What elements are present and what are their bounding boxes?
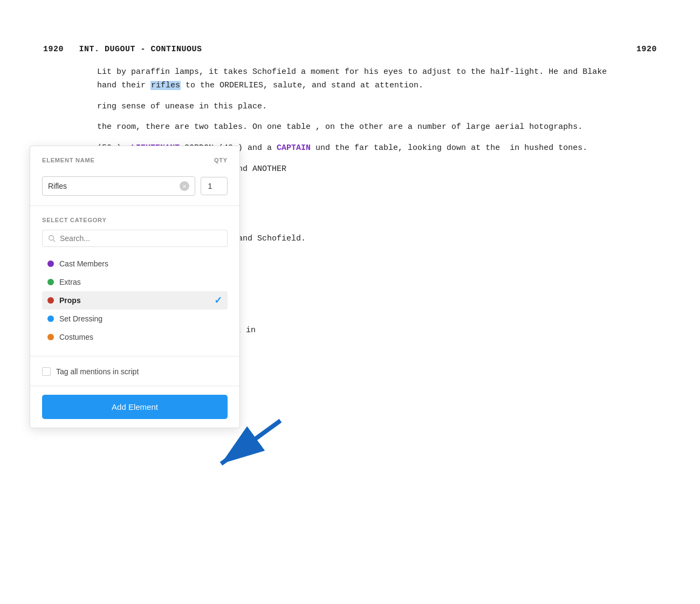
props-check-icon: ✓ bbox=[214, 294, 222, 306]
element-name-label: ELEMENT NAME bbox=[42, 157, 95, 163]
set-dressing-dot bbox=[47, 315, 54, 322]
search-wrap[interactable] bbox=[42, 230, 228, 247]
add-element-button[interactable]: Add Element bbox=[42, 395, 228, 419]
category-section: SELECT CATEGORY Cast Members Extras Pro bbox=[30, 206, 239, 356]
highlighted-rifles: rifles bbox=[150, 81, 181, 90]
category-costumes[interactable]: Costumes bbox=[42, 328, 228, 346]
extras-dot bbox=[47, 279, 54, 285]
sidebar-panel: ELEMENT NAME QTY SELECT CATEGORY Cast Me… bbox=[30, 146, 240, 428]
cast-members-label: Cast Members bbox=[59, 259, 108, 268]
category-cast-members[interactable]: Cast Members bbox=[42, 255, 228, 273]
scene-number-right: 1920 bbox=[636, 43, 657, 56]
set-dressing-label: Set Dressing bbox=[59, 314, 102, 323]
category-extras[interactable]: Extras bbox=[42, 273, 228, 291]
tag-row[interactable]: Tag all mentions in script bbox=[42, 367, 228, 376]
script-para-2: ring sense of unease in this place. bbox=[97, 100, 624, 114]
scene-heading-text: 1920 INT. DUGOUT - CONTINUOUS bbox=[43, 43, 202, 56]
costumes-dot bbox=[47, 334, 54, 340]
costumes-label: Costumes bbox=[59, 333, 93, 341]
category-props[interactable]: Props ✓ bbox=[42, 291, 228, 310]
clear-input-icon[interactable] bbox=[180, 181, 189, 191]
scene-heading-label: INT. DUGOUT - CONTINUOUS bbox=[79, 45, 202, 54]
qty-input[interactable] bbox=[201, 177, 228, 195]
tag-label: Tag all mentions in script bbox=[56, 367, 139, 376]
script-para-1: Lit by paraffin lamps, it takes Schofiel… bbox=[97, 66, 624, 93]
element-name-input-wrap[interactable] bbox=[42, 176, 195, 196]
search-icon bbox=[48, 235, 56, 242]
cast-members-dot bbox=[47, 260, 54, 267]
qty-label: QTY bbox=[214, 157, 228, 163]
element-name-section: ELEMENT NAME QTY bbox=[30, 146, 239, 206]
svg-line-3 bbox=[53, 240, 55, 242]
element-name-input[interactable] bbox=[48, 182, 180, 190]
element-name-row bbox=[42, 176, 228, 196]
category-label: SELECT CATEGORY bbox=[42, 217, 228, 223]
extras-label: Extras bbox=[59, 278, 81, 286]
tag-section: Tag all mentions in script bbox=[30, 356, 239, 386]
captain-label: CAPTAIN bbox=[277, 143, 311, 153]
script-para-3: the room, there are two tables. On one t… bbox=[97, 121, 624, 134]
category-set-dressing[interactable]: Set Dressing bbox=[42, 310, 228, 328]
props-label: Props bbox=[59, 296, 81, 305]
tag-checkbox[interactable] bbox=[42, 367, 51, 376]
search-input[interactable] bbox=[60, 234, 222, 243]
props-dot bbox=[47, 297, 54, 304]
scene-heading: 1920 INT. DUGOUT - CONTINUOUS 1920 bbox=[43, 43, 657, 56]
scene-number-left: 1920 bbox=[43, 45, 64, 54]
category-list: Cast Members Extras Props ✓ Set Dressing bbox=[42, 255, 228, 346]
